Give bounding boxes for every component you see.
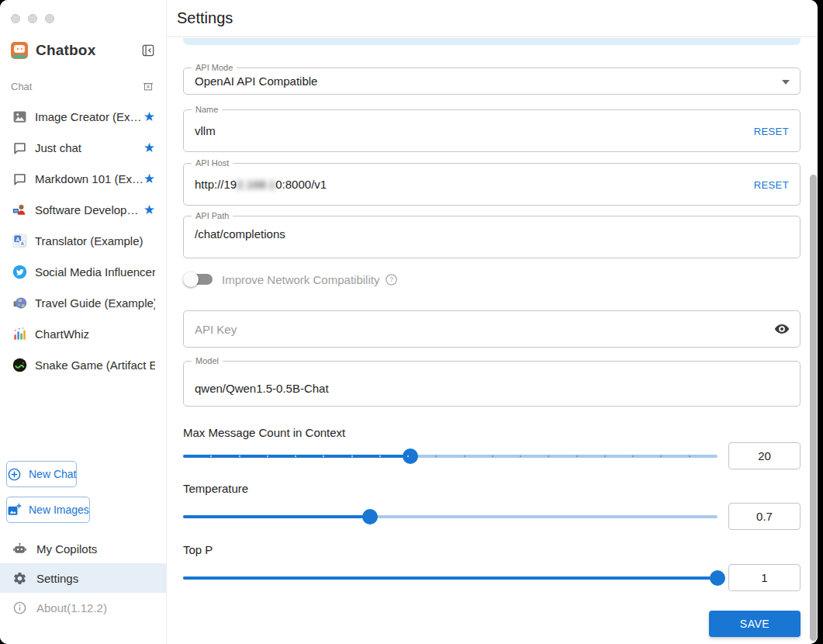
sidebar-item-label: Just chat — [35, 141, 81, 154]
slider-thumb[interactable] — [362, 509, 378, 525]
page-header: Settings — [167, 0, 818, 37]
api-path-label: API Path — [192, 211, 233, 221]
temperature-row — [183, 503, 801, 530]
zoom-window-button[interactable] — [45, 14, 54, 23]
chatbox-logo-icon — [11, 42, 28, 59]
api-mode-select[interactable]: API Mode OpenAI API Compatible — [183, 68, 801, 95]
sidebar-item-software-developer[interactable]: Software Develop… ★ — [0, 194, 166, 225]
sidebar-item-about[interactable]: About(1.12.2) — [0, 593, 166, 622]
temperature-slider[interactable] — [183, 506, 718, 528]
scrolled-banner-edge — [183, 38, 801, 45]
chat-section-header: Chat — [11, 79, 155, 93]
name-input[interactable] — [195, 124, 789, 137]
api-key-input[interactable] — [195, 323, 789, 336]
sidebar-item-social-media-influencer[interactable]: Social Media Influencer … — [0, 256, 166, 287]
model-input[interactable] — [195, 382, 789, 395]
sidebar: Chatbox Chat Image Creator (Ex… ★ Just c… — [0, 0, 167, 644]
brand-row: Chatbox — [11, 42, 157, 59]
sidebar-item-translator[interactable]: Aa Translator (Example) — [0, 225, 166, 256]
star-icon[interactable]: ★ — [144, 172, 155, 185]
robot-icon — [12, 542, 27, 556]
slider-tick — [604, 455, 606, 457]
network-compatibility-row: Improve Network Compatibility ? — [183, 272, 398, 287]
top-p-slider[interactable] — [183, 567, 718, 589]
slider-tick — [239, 455, 240, 457]
sidebar-item-my-copilots[interactable]: My Copilots — [0, 534, 166, 563]
plus-circle-icon — [7, 467, 22, 482]
slider-tick — [492, 455, 493, 457]
chat-bubble-icon — [12, 171, 27, 186]
slider-tick — [267, 455, 268, 457]
api-host-field-wrapper[interactable]: API Host http://192.168.10:8000/v1 RESET — [183, 163, 801, 206]
toggle-visibility-eye-icon[interactable] — [773, 320, 790, 338]
api-host-reset-button[interactable]: RESET — [754, 178, 789, 190]
temperature-label: Temperature — [183, 482, 248, 495]
svg-text:?: ? — [390, 275, 394, 283]
slider-thumb[interactable] — [710, 570, 725, 586]
sidebar-item-just-chat[interactable]: Just chat ★ — [0, 132, 166, 163]
sidebar-item-label: Markdown 101 (Ex… — [35, 172, 144, 185]
sidebar-item-label: Translator (Example) — [35, 234, 143, 248]
new-images-button[interactable]: New Images — [6, 497, 90, 523]
slider-thumb[interactable] — [403, 448, 418, 464]
settings-scroll-area[interactable]: API Mode OpenAI API Compatible Name RESE… — [167, 38, 818, 644]
chart-icon — [12, 327, 27, 341]
chat-bubble-icon — [12, 140, 27, 155]
clear-conversations-icon[interactable] — [141, 79, 155, 93]
slider-tick — [520, 455, 521, 457]
sidebar-item-settings[interactable]: Settings — [0, 563, 166, 593]
name-label: Name — [192, 105, 222, 115]
api-host-value: http://192.168.10:8000/v1 — [195, 178, 327, 191]
image-icon — [12, 109, 27, 124]
sidebar-item-label: ChartWhiz — [35, 327, 89, 341]
max-message-count-label: Max Message Count in Context — [183, 426, 345, 439]
star-icon[interactable]: ★ — [144, 110, 155, 123]
sidebar-item-travel-guide[interactable]: Travel Guide (Example) — [0, 287, 166, 318]
window-controls — [0, 0, 166, 23]
slider-tick — [295, 455, 296, 457]
max-message-count-slider[interactable] — [183, 445, 718, 467]
max-message-count-value-input[interactable] — [728, 442, 801, 469]
nav-label: My Copilots — [36, 542, 97, 556]
translator-avatar-icon: Aa — [12, 234, 27, 248]
save-button[interactable]: SAVE — [709, 611, 801, 637]
name-reset-button[interactable]: RESET — [754, 125, 789, 137]
star-icon[interactable]: ★ — [144, 141, 155, 154]
redacted-host-segment: 2.168.1 — [237, 178, 275, 191]
slider-tick — [548, 455, 549, 457]
api-mode-value: OpenAI API Compatible — [195, 74, 317, 88]
info-icon — [12, 601, 27, 615]
sidebar-item-chartwhiz[interactable]: ChartWhiz — [0, 318, 166, 349]
slider-tick — [464, 455, 465, 457]
scrollbar-thumb[interactable] — [810, 175, 817, 641]
sidebar-item-image-creator[interactable]: Image Creator (Ex… ★ — [0, 101, 166, 132]
top-p-label: Top P — [183, 543, 213, 556]
slider-tick — [660, 455, 662, 457]
help-icon[interactable]: ? — [385, 273, 398, 286]
sidebar-item-label: Travel Guide (Example) — [35, 296, 155, 310]
chevron-down-icon — [782, 80, 790, 85]
minimize-window-button[interactable] — [28, 14, 37, 23]
api-host-label: API Host — [192, 158, 233, 168]
network-compatibility-toggle[interactable] — [183, 272, 213, 287]
collapse-sidebar-icon[interactable] — [140, 42, 157, 59]
sidebar-item-snake-game[interactable]: Snake Game (Artifact E… — [0, 349, 166, 380]
app-title: Chatbox — [36, 42, 95, 59]
slider-tick — [435, 455, 437, 457]
close-window-button[interactable] — [11, 14, 20, 23]
temperature-value-input[interactable] — [728, 503, 801, 530]
gear-icon — [12, 571, 27, 586]
slider-tick — [379, 455, 381, 457]
top-p-row — [183, 564, 801, 591]
slider-tick — [576, 455, 578, 457]
new-chat-button[interactable]: New Chat — [6, 461, 77, 487]
new-chat-label: New Chat — [29, 468, 76, 480]
chat-section-label: Chat — [11, 81, 32, 92]
new-images-label: New Images — [29, 504, 89, 516]
star-icon[interactable]: ★ — [144, 203, 155, 216]
sidebar-item-markdown-101[interactable]: Markdown 101 (Ex… ★ — [0, 163, 166, 194]
main-content: Settings API Mode OpenAI API Compatible … — [167, 0, 818, 644]
api-path-input[interactable] — [195, 227, 789, 241]
top-p-value-input[interactable] — [728, 564, 801, 591]
slider-tick — [632, 455, 634, 457]
